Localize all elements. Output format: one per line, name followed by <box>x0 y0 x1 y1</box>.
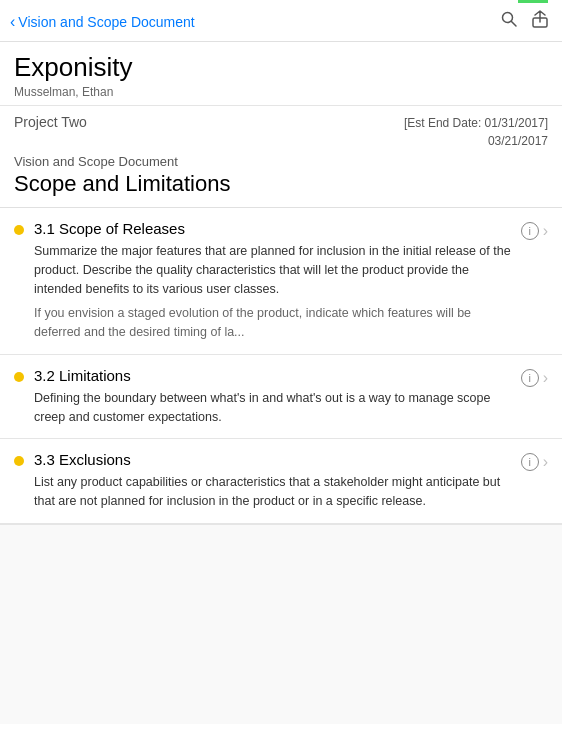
top-indicator <box>518 0 548 3</box>
app-title: Exponisity <box>14 52 548 83</box>
section-item-3-3[interactable]: 3.3 Exclusions List any product capabili… <box>0 439 562 524</box>
section-right-3-2: i › <box>521 369 548 387</box>
section-item-3-1[interactable]: 3.1 Scope of Releases Summarize the majo… <box>0 208 562 355</box>
nav-icons <box>500 10 548 33</box>
section-dot-3-3 <box>14 456 24 466</box>
project-date: 03/21/2017 <box>404 132 548 150</box>
section-title-3-3: 3.3 Exclusions <box>34 451 511 468</box>
section-content-3-1: 3.1 Scope of Releases Summarize the majo… <box>34 220 511 342</box>
section-title-3-1: 3.1 Scope of Releases <box>34 220 511 237</box>
section-dot-3-1 <box>14 225 24 235</box>
section-content-3-2: 3.2 Limitations Defining the boundary be… <box>34 367 511 427</box>
back-chevron-icon: ‹ <box>10 13 15 31</box>
section-desc-3-3: List any product capabilities or charact… <box>34 473 511 511</box>
section-title-3-2: 3.2 Limitations <box>34 367 511 384</box>
info-icon-3-2[interactable]: i <box>521 369 539 387</box>
est-end-date: [Est End Date: 01/31/2017] <box>404 114 548 132</box>
chevron-right-3-2: › <box>543 369 548 387</box>
bottom-area <box>0 524 562 724</box>
project-name: Project Two <box>14 114 87 130</box>
svg-line-1 <box>512 22 517 27</box>
section-item-3-2[interactable]: 3.2 Limitations Defining the boundary be… <box>0 355 562 440</box>
section-desc-3-1: Summarize the major features that are pl… <box>34 242 511 298</box>
section-desc-3-2: Defining the boundary between what's in … <box>34 389 511 427</box>
app-author: Musselman, Ethan <box>14 85 548 99</box>
section-desc-secondary-3-1: If you envision a staged evolution of th… <box>34 304 511 342</box>
search-icon[interactable] <box>500 10 518 33</box>
section-right-3-3: i › <box>521 453 548 471</box>
back-button[interactable]: ‹ Vision and Scope Document <box>10 13 195 31</box>
header-section: Exponisity Musselman, Ethan <box>0 42 562 106</box>
date-info: [Est End Date: 01/31/2017] 03/21/2017 <box>404 114 548 150</box>
share-icon[interactable] <box>532 10 548 33</box>
chevron-right-3-1: › <box>543 222 548 240</box>
sections-list: 3.1 Scope of Releases Summarize the majo… <box>0 208 562 524</box>
document-type: Vision and Scope Document <box>14 154 548 169</box>
section-content-3-3: 3.3 Exclusions List any product capabili… <box>34 451 511 511</box>
nav-bar: ‹ Vision and Scope Document <box>0 0 562 42</box>
chevron-right-3-3: › <box>543 453 548 471</box>
info-icon-3-3[interactable]: i <box>521 453 539 471</box>
section-right-3-1: i › <box>521 222 548 240</box>
info-icon-3-1[interactable]: i <box>521 222 539 240</box>
document-title: Scope and Limitations <box>14 171 548 197</box>
doc-title-section: Vision and Scope Document Scope and Limi… <box>0 154 562 207</box>
section-dot-3-2 <box>14 372 24 382</box>
back-label: Vision and Scope Document <box>18 14 194 30</box>
project-info-row: Project Two [Est End Date: 01/31/2017] 0… <box>0 106 562 154</box>
